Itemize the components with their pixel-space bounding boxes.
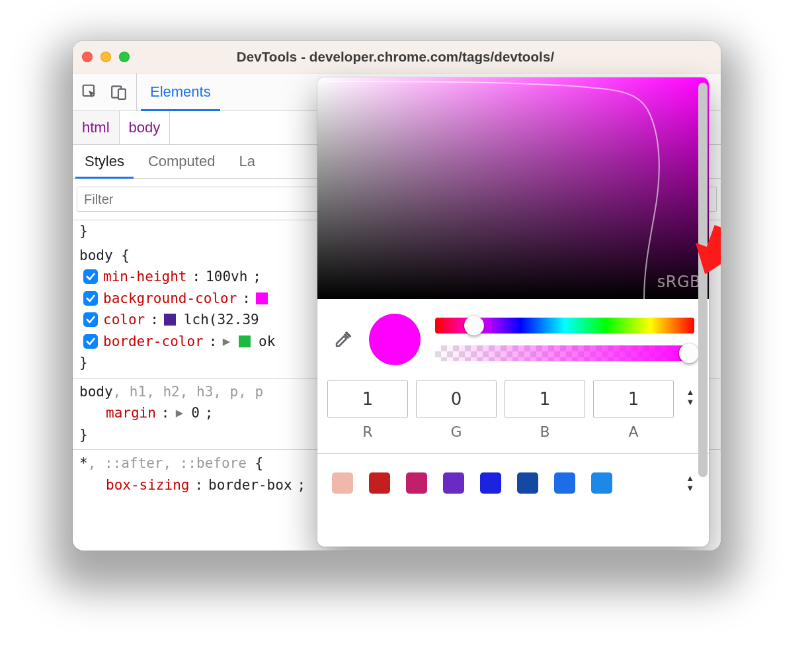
subtab-styles[interactable]: Styles (73, 145, 136, 178)
expand-triangle-icon[interactable]: ▶ (175, 404, 183, 423)
color-spectrum[interactable]: sRGB (317, 77, 709, 299)
color-swatch[interactable] (239, 335, 251, 347)
color-b-label: B (540, 423, 549, 440)
color-g-label: G (450, 423, 462, 440)
property-value[interactable]: 0 (191, 402, 200, 424)
color-g-input[interactable] (416, 380, 497, 418)
palette-swatch[interactable] (480, 472, 501, 494)
property-value[interactable]: ok (259, 331, 275, 353)
property-name[interactable]: box-sizing (106, 474, 189, 496)
color-swatch[interactable] (256, 292, 268, 304)
hue-slider[interactable] (435, 318, 694, 334)
alpha-slider[interactable] (435, 345, 694, 361)
subtab-layout[interactable]: La (227, 145, 266, 178)
property-name[interactable]: margin (106, 402, 156, 424)
property-name[interactable]: border-color (103, 331, 204, 353)
palette-swatch[interactable] (406, 472, 427, 494)
gamut-label: sRGB (657, 273, 701, 291)
color-r-label: R (362, 423, 372, 440)
palette-swatch[interactable] (591, 472, 612, 494)
property-value[interactable]: lch(32.39 (184, 309, 259, 331)
color-value-row: R G B A ▲▼ (317, 371, 709, 440)
property-name[interactable]: min-height (103, 266, 186, 288)
picker-scrollbar[interactable] (698, 83, 708, 541)
gamut-boundary-icon (317, 77, 709, 299)
subtab-computed[interactable]: Computed (136, 145, 227, 178)
palette-swatch[interactable] (332, 472, 353, 494)
palette-swatch[interactable] (369, 472, 390, 494)
inspect-element-icon[interactable] (81, 83, 99, 101)
property-name[interactable]: color (103, 309, 145, 331)
svg-rect-2 (118, 89, 126, 99)
palette-switch[interactable]: ▲▼ (686, 474, 694, 492)
color-a-input[interactable] (593, 380, 674, 418)
titlebar: DevTools - developer.chrome.com/tags/dev… (73, 41, 721, 73)
color-r-input[interactable] (327, 380, 408, 418)
palette-row: ▲▼ (317, 453, 709, 494)
expand-triangle-icon[interactable]: ▶ (223, 332, 230, 351)
window-title: DevTools - developer.chrome.com/tags/dev… (79, 49, 711, 65)
hue-slider-knob[interactable] (464, 316, 484, 335)
breadcrumb-html[interactable]: html (73, 111, 120, 144)
selected-color-swatch[interactable] (369, 314, 421, 365)
color-b-input[interactable] (505, 380, 585, 418)
device-toggle-icon[interactable] (110, 83, 128, 101)
palette-swatch[interactable] (443, 472, 464, 494)
enable-checkbox[interactable] (83, 291, 98, 306)
property-value[interactable]: 100vh (206, 266, 247, 288)
color-swatch[interactable] (164, 314, 176, 326)
palette-swatch[interactable] (554, 472, 575, 494)
property-name[interactable]: background-color (103, 288, 237, 310)
enable-checkbox[interactable] (83, 334, 98, 349)
palette-swatch[interactable] (517, 472, 538, 494)
window: DevTools - developer.chrome.com/tags/dev… (73, 41, 721, 551)
alpha-slider-knob[interactable] (679, 343, 699, 363)
color-a-label: A (628, 423, 638, 440)
color-picker: sRGB R (317, 77, 709, 547)
property-value[interactable]: border-box (208, 474, 292, 496)
enable-checkbox[interactable] (83, 269, 98, 284)
color-mode-switch[interactable]: ▲▼ (684, 380, 697, 406)
tab-elements[interactable]: Elements (137, 73, 224, 111)
enable-checkbox[interactable] (83, 312, 98, 327)
breadcrumb-body[interactable]: body (120, 111, 171, 144)
eyedropper-icon[interactable] (332, 328, 354, 351)
